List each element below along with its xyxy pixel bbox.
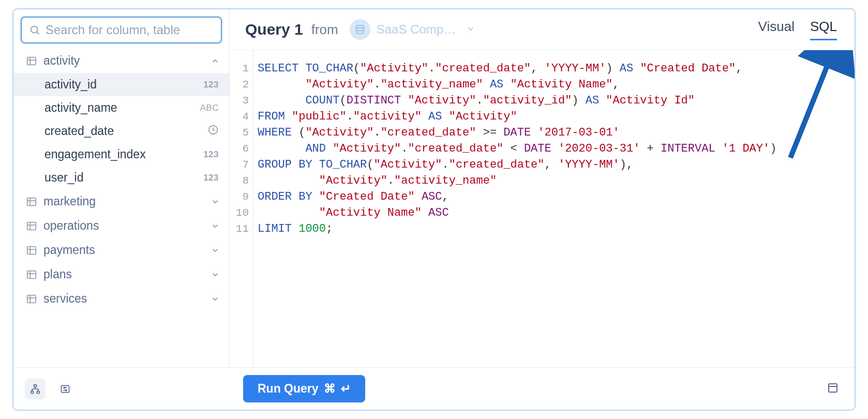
column-type: 123 xyxy=(194,173,219,183)
svg-point-21 xyxy=(356,25,364,28)
table-icon xyxy=(26,293,37,305)
database-icon xyxy=(350,19,370,40)
table-icon xyxy=(26,220,37,232)
code-line: "Activity Name" ASC xyxy=(258,205,849,221)
table-icon xyxy=(26,196,37,207)
table-row-payments[interactable]: payments xyxy=(13,238,229,262)
main-row: activityactivity_id123activity_nameABCcr… xyxy=(13,9,855,367)
tab-sql[interactable]: SQL xyxy=(810,19,837,40)
code-line: FROM "public"."activity" AS "Activity" xyxy=(258,109,849,125)
svg-rect-2 xyxy=(27,57,36,65)
chevron-down-icon xyxy=(211,221,220,231)
code-line: WHERE ("Activity"."created_date" >= DATE… xyxy=(258,125,849,141)
column-row-created_date[interactable]: created_date xyxy=(13,119,229,143)
svg-rect-25 xyxy=(37,391,39,393)
panel-toggle-button[interactable] xyxy=(827,382,839,396)
svg-rect-9 xyxy=(27,222,36,230)
column-name: created_date xyxy=(44,124,194,138)
table-icon xyxy=(26,245,37,256)
chevron-down-icon xyxy=(211,197,220,206)
line-number: 6 xyxy=(230,141,253,157)
code-line: SELECT TO_CHAR("Activity"."created_date"… xyxy=(258,61,849,77)
svg-rect-24 xyxy=(31,391,34,393)
line-number: 11 xyxy=(230,221,253,237)
table-name: activity xyxy=(43,54,204,68)
search-input[interactable] xyxy=(46,23,214,37)
settings-toggle-button[interactable] xyxy=(55,379,76,399)
code-line: LIMIT 1000; xyxy=(258,221,849,237)
content-area: Query 1 from SaaS Comp… Visual SQL xyxy=(230,9,855,367)
line-number: 10 xyxy=(230,205,253,221)
code-line: COUNT(DISTINCT "Activity"."activity_id")… xyxy=(258,93,849,109)
line-number: 3 xyxy=(230,93,253,109)
line-gutter: 1234567891011 xyxy=(230,50,253,367)
clock-icon xyxy=(207,124,219,136)
table-name: services xyxy=(43,292,204,306)
svg-rect-18 xyxy=(27,295,36,303)
svg-line-1 xyxy=(37,32,39,34)
table-row-activity[interactable]: activity xyxy=(13,49,229,73)
chevron-down-icon xyxy=(466,22,475,37)
footer-main: Run Query ⌘ ↵ xyxy=(230,375,827,402)
line-number: 1 xyxy=(230,61,253,77)
chevron-down-icon xyxy=(211,294,220,304)
code-line: AND "Activity"."created_date" < DATE '20… xyxy=(258,141,849,157)
search-wrap xyxy=(13,9,229,49)
database-selector[interactable]: SaaS Comp… xyxy=(350,19,475,40)
mode-tabs: Visual SQL xyxy=(758,19,837,40)
table-row-marketing[interactable]: marketing xyxy=(13,189,229,214)
code-area[interactable]: SELECT TO_CHAR("Activity"."created_date"… xyxy=(253,50,855,367)
footer-bar: Run Query ⌘ ↵ xyxy=(13,367,855,410)
table-row-services[interactable]: services xyxy=(13,287,229,311)
chevron-up-icon xyxy=(211,56,220,66)
app-frame: activityactivity_id123activity_nameABCcr… xyxy=(12,8,856,411)
column-type xyxy=(194,124,219,138)
tree-icon xyxy=(30,384,40,394)
svg-rect-12 xyxy=(27,246,36,254)
line-number: 2 xyxy=(230,77,253,93)
tab-visual[interactable]: Visual xyxy=(758,19,795,40)
column-row-activity_name[interactable]: activity_nameABC xyxy=(13,96,229,119)
footer-right xyxy=(827,382,855,396)
chevron-down-icon xyxy=(211,246,220,255)
shortcut-enter: ↵ xyxy=(341,382,351,396)
line-number: 9 xyxy=(230,189,253,205)
line-number: 4 xyxy=(230,109,253,125)
column-row-engagement_index[interactable]: engagement_index123 xyxy=(13,143,229,166)
svg-point-30 xyxy=(65,390,67,391)
shortcut-cmd: ⌘ xyxy=(324,382,336,396)
query-header: Query 1 from SaaS Comp… Visual SQL xyxy=(230,9,855,50)
footer-left xyxy=(13,379,230,399)
line-number: 5 xyxy=(230,125,253,141)
schema-toggle-button[interactable] xyxy=(25,379,46,399)
code-line: "Activity"."activity_name" xyxy=(258,173,849,189)
column-type: ABC xyxy=(194,103,219,113)
sql-editor[interactable]: 1234567891011 SELECT TO_CHAR("Activity".… xyxy=(230,50,855,367)
search-icon xyxy=(29,24,40,36)
table-icon xyxy=(26,269,37,280)
from-label: from xyxy=(311,22,338,38)
run-query-button[interactable]: Run Query ⌘ ↵ xyxy=(243,375,365,402)
search-box[interactable] xyxy=(21,17,222,43)
svg-point-29 xyxy=(64,387,65,388)
svg-rect-26 xyxy=(62,385,69,392)
column-row-user_id[interactable]: user_id123 xyxy=(13,166,229,189)
schema-sidebar: activityactivity_id123activity_nameABCcr… xyxy=(13,9,230,367)
line-number: 8 xyxy=(230,173,253,189)
column-row-activity_id[interactable]: activity_id123 xyxy=(13,73,229,96)
svg-rect-6 xyxy=(27,198,36,205)
table-row-plans[interactable]: plans xyxy=(13,262,229,287)
svg-rect-15 xyxy=(27,271,36,278)
table-name: plans xyxy=(43,267,204,281)
column-name: activity_name xyxy=(44,101,194,115)
svg-rect-31 xyxy=(829,384,837,392)
schema-tree[interactable]: activityactivity_id123activity_nameABCcr… xyxy=(13,49,229,367)
run-label: Run Query xyxy=(258,382,319,396)
sliders-icon xyxy=(60,384,70,394)
chevron-down-icon xyxy=(211,270,220,279)
table-name: payments xyxy=(43,243,204,257)
table-row-operations[interactable]: operations xyxy=(13,214,229,238)
column-name: user_id xyxy=(44,171,194,185)
column-name: activity_id xyxy=(44,78,194,92)
svg-point-0 xyxy=(31,26,38,33)
